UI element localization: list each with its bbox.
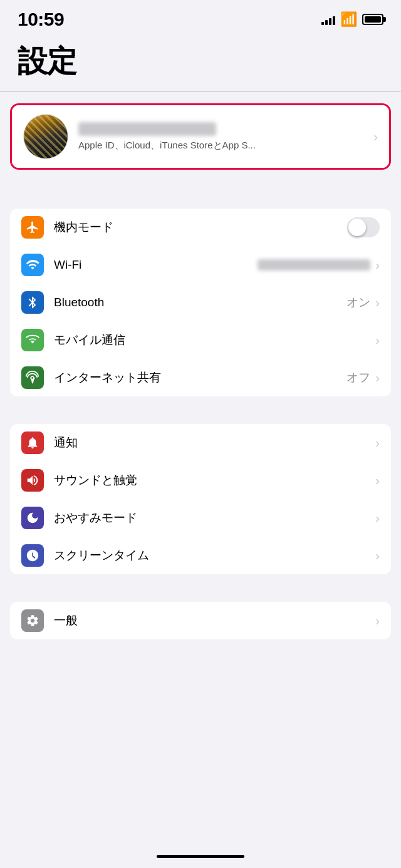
apple-id-name-blurred	[78, 122, 216, 136]
wifi-status-icon: 📶	[340, 11, 357, 28]
general-chevron: ›	[375, 614, 380, 628]
donotdisturb-icon	[21, 507, 44, 529]
wifi-chevron: ›	[375, 258, 380, 272]
apple-id-info: Apple ID、iCloud、iTunes StoreとApp S...	[68, 122, 373, 152]
airplane-toggle[interactable]	[347, 217, 380, 237]
sounds-icon	[21, 469, 44, 492]
general-section: 一般 ›	[10, 602, 391, 639]
notifications-icon	[21, 431, 44, 454]
airplane-icon	[21, 216, 44, 239]
row-general[interactable]: 一般 ›	[10, 602, 391, 639]
spacer-1	[0, 181, 401, 196]
row-cellular[interactable]: モバイル通信 ›	[10, 321, 391, 359]
row-donotdisturb[interactable]: おやすみモード ›	[10, 499, 391, 537]
screentime-icon	[21, 544, 44, 567]
hotspot-icon	[21, 366, 44, 389]
apple-id-row[interactable]: Apple ID、iCloud、iTunes StoreとApp S... ›	[12, 105, 389, 168]
row-sounds[interactable]: サウンドと触覚 ›	[10, 462, 391, 499]
hotspot-value: オフ	[346, 369, 370, 386]
apple-id-chevron: ›	[373, 130, 378, 144]
row-screentime[interactable]: スクリーンタイム ›	[10, 537, 391, 574]
title-divider	[0, 91, 401, 92]
network-section: 機内モード Wi-Fi › Bluetooth オン › モバイル通信	[10, 209, 391, 396]
battery-icon	[362, 14, 383, 25]
bluetooth-value: オン	[346, 294, 370, 311]
row-airplane[interactable]: 機内モード	[10, 209, 391, 246]
hotspot-label: インターネット共有	[54, 369, 346, 386]
sounds-label: サウンドと触覚	[54, 472, 375, 488]
wifi-label: Wi-Fi	[54, 258, 258, 272]
row-hotspot[interactable]: インターネット共有 オフ ›	[10, 359, 391, 396]
bluetooth-icon	[21, 291, 44, 314]
status-icons: 📶	[321, 11, 383, 28]
bluetooth-chevron: ›	[375, 296, 380, 310]
general-label: 一般	[54, 612, 375, 629]
donotdisturb-chevron: ›	[375, 511, 380, 525]
screentime-chevron: ›	[375, 549, 380, 563]
page-title: 設定	[18, 41, 383, 81]
apple-id-section[interactable]: Apple ID、iCloud、iTunes StoreとApp S... ›	[10, 103, 391, 170]
page-title-section: 設定	[0, 35, 401, 91]
screentime-label: スクリーンタイム	[54, 547, 375, 564]
cellular-label: モバイル通信	[54, 332, 375, 348]
hotspot-chevron: ›	[375, 371, 380, 385]
wifi-value-blurred	[258, 259, 370, 271]
signal-bars-icon	[321, 14, 335, 25]
bluetooth-label: Bluetooth	[54, 296, 346, 309]
apple-id-subtitle: Apple ID、iCloud、iTunes StoreとApp S...	[78, 140, 256, 150]
avatar	[23, 114, 68, 159]
notifications-chevron: ›	[375, 436, 380, 450]
donotdisturb-label: おやすみモード	[54, 510, 375, 526]
wifi-icon	[21, 254, 44, 276]
cellular-chevron: ›	[375, 333, 380, 348]
general-icon	[21, 609, 44, 632]
row-wifi[interactable]: Wi-Fi ›	[10, 246, 391, 284]
row-bluetooth[interactable]: Bluetooth オン ›	[10, 284, 391, 321]
notifications-section: 通知 › サウンドと触覚 › おやすみモード › スクリーンタイム ›	[10, 424, 391, 574]
status-bar: 10:59 📶	[0, 0, 401, 35]
status-time: 10:59	[18, 9, 64, 30]
notifications-label: 通知	[54, 435, 375, 451]
row-notifications[interactable]: 通知 ›	[10, 424, 391, 462]
sounds-chevron: ›	[375, 473, 380, 488]
home-bar	[157, 855, 244, 858]
cellular-icon	[21, 329, 44, 351]
home-indicator	[0, 847, 401, 868]
spacer-3	[0, 574, 401, 589]
airplane-label: 機内モード	[54, 219, 347, 235]
spacer-2	[0, 396, 401, 411]
